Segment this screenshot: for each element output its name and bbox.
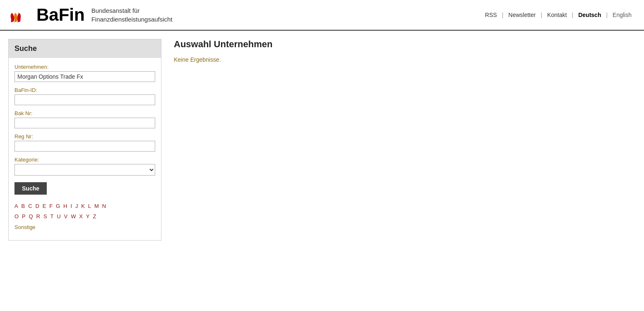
bak-nr-label: Bak Nr: — [14, 110, 155, 116]
logo-area: BaFin Bundesanstalt für Finanzdienstleis… — [8, 4, 173, 26]
tagline: Bundesanstalt für Finanzdienstleistungsa… — [91, 6, 173, 24]
no-results-text: Keine Ergebnisse. — [174, 56, 623, 63]
logo-text-group: BaFin — [36, 6, 85, 24]
header: BaFin Bundesanstalt für Finanzdienstleis… — [0, 0, 644, 31]
separator-3: | — [571, 12, 574, 18]
sonstige-link[interactable]: Sonstige — [14, 224, 36, 230]
tagline-line1: Bundesanstalt für — [91, 6, 173, 15]
alpha-U[interactable]: U — [57, 212, 60, 222]
kategorie-select[interactable] — [14, 164, 155, 176]
alpha-N[interactable]: N — [102, 201, 106, 212]
deutsch-active: Deutsch — [574, 12, 605, 18]
header-nav: RSS | Newsletter | Kontakt | Deutsch | E… — [481, 12, 636, 18]
unternehmen-label: Unternehmen: — [14, 64, 155, 70]
kontakt-link[interactable]: Kontakt — [543, 12, 571, 18]
alpha-O[interactable]: O — [14, 212, 19, 222]
unternehmen-group: Unternehmen: — [14, 64, 155, 82]
bak-nr-group: Bak Nr: — [14, 110, 155, 128]
alpha-A[interactable]: A — [14, 201, 18, 212]
content-area: Auswahl Unternehmen Keine Ergebnisse. — [161, 39, 636, 63]
alpha-row-1: A B C D E F G H I J K L M N — [14, 201, 155, 212]
alpha-C[interactable]: C — [28, 201, 32, 212]
bafin-id-label: BaFin-ID: — [14, 87, 155, 93]
alpha-F[interactable]: F — [49, 201, 53, 212]
separator-2: | — [540, 12, 543, 18]
main-layout: Suche Unternehmen: BaFin-ID: Bak Nr: Reg… — [0, 31, 644, 249]
alpha-D[interactable]: D — [35, 201, 39, 212]
alpha-M[interactable]: M — [94, 201, 99, 212]
english-link[interactable]: English — [608, 12, 636, 18]
alpha-G[interactable]: G — [56, 201, 60, 212]
kategorie-group: Kategorie: — [14, 157, 155, 176]
separator-1: | — [501, 12, 505, 18]
sonstige-row: Sonstige — [14, 222, 155, 232]
tagline-line2: Finanzdienstleistungsaufsicht — [91, 15, 173, 24]
sidebar-heading: Suche — [9, 39, 161, 58]
alpha-J[interactable]: J — [75, 201, 78, 212]
bafin-logo-icon — [8, 4, 30, 26]
separator-4: | — [605, 12, 608, 18]
kategorie-label: Kategorie: — [14, 157, 155, 163]
alpha-T[interactable]: T — [50, 212, 53, 222]
alpha-W[interactable]: W — [71, 212, 76, 222]
alpha-L[interactable]: L — [88, 201, 91, 212]
alpha-I[interactable]: I — [70, 201, 72, 212]
alpha-X[interactable]: X — [79, 212, 83, 222]
unternehmen-input[interactable] — [14, 71, 155, 82]
alpha-S[interactable]: S — [43, 212, 47, 222]
content-title: Auswahl Unternehmen — [174, 39, 623, 50]
sidebar: Suche Unternehmen: BaFin-ID: Bak Nr: Reg… — [8, 39, 161, 241]
bafin-id-group: BaFin-ID: — [14, 87, 155, 105]
reg-nr-label: Reg Nr: — [14, 133, 155, 140]
reg-nr-input[interactable] — [14, 141, 155, 152]
alpha-links: A B C D E F G H I J K L M N O — [14, 201, 155, 233]
sidebar-form: Unternehmen: BaFin-ID: Bak Nr: Reg Nr: K… — [9, 58, 161, 240]
alpha-K[interactable]: K — [81, 201, 85, 212]
alpha-row-2: O P Q R S T U V W X Y Z — [14, 212, 155, 222]
alpha-Q[interactable]: Q — [29, 212, 33, 222]
alpha-Y[interactable]: Y — [86, 212, 90, 222]
rss-link[interactable]: RSS — [481, 12, 501, 18]
alpha-E[interactable]: E — [43, 201, 46, 212]
alpha-H[interactable]: H — [63, 201, 67, 212]
alpha-R[interactable]: R — [36, 212, 40, 222]
search-button[interactable]: Suche — [14, 182, 47, 195]
alpha-Z[interactable]: Z — [93, 212, 96, 222]
alpha-V[interactable]: V — [64, 212, 68, 222]
bafin-id-input[interactable] — [14, 94, 155, 105]
svg-point-0 — [10, 13, 14, 22]
logo-text: BaFin — [36, 6, 85, 24]
newsletter-link[interactable]: Newsletter — [504, 12, 540, 18]
alpha-B[interactable]: B — [22, 201, 25, 212]
bak-nr-input[interactable] — [14, 118, 155, 128]
reg-nr-group: Reg Nr: — [14, 133, 155, 152]
alpha-P[interactable]: P — [22, 212, 26, 222]
